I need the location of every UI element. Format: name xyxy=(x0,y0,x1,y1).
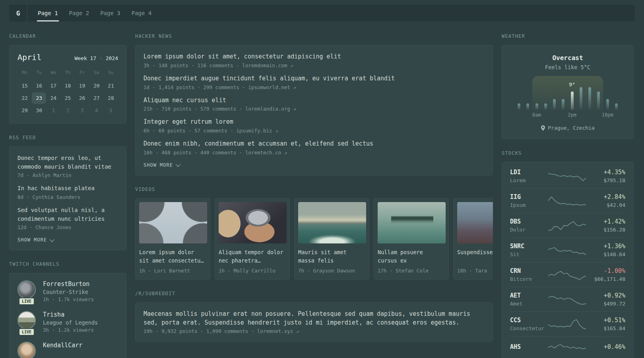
video-card[interactable]: Mauris sit amet massa felis7h · Grayson … xyxy=(294,198,369,280)
stock-sparkline xyxy=(547,219,587,232)
stock-change: +2.84% xyxy=(587,193,625,200)
calendar-day: 5 xyxy=(104,105,118,116)
video-meta: 17h · Stefan Cole xyxy=(378,268,445,274)
tab-page-4[interactable]: Page 4 xyxy=(131,5,153,21)
twitch-channels-widget: LIVEForrestBurtonCounter-Strike1h · 1.7k… xyxy=(9,273,126,358)
calendar-day: 29 xyxy=(17,105,32,116)
stock-symbol[interactable]: CCS xyxy=(510,317,547,324)
rss-item-title[interactable]: In hac habitasse platea xyxy=(17,184,118,193)
weather-bar xyxy=(553,99,556,110)
stock-row[interactable]: AHS+0.46% xyxy=(510,336,625,358)
stock-info: CCSConsectetur xyxy=(510,317,547,331)
calendar-header: April Week 17 · 2024 xyxy=(17,53,118,62)
stock-row[interactable]: IIGIpsum+2.84%$42.04 xyxy=(510,188,625,213)
rss-section-title: RSS FEED xyxy=(9,135,126,140)
sparkline-chart xyxy=(548,219,586,232)
stock-row[interactable]: AETAmet+0.92%$499.72 xyxy=(510,287,625,311)
hackernews-item-title[interactable]: Lorem ipsum dolor sit amet, consectetur … xyxy=(144,53,485,61)
feed-item-meta: 21h · 710 points · 579 comments · loreml… xyxy=(144,106,485,112)
stock-values: +1.42%$156.28 xyxy=(587,218,625,233)
stock-row[interactable]: DBSDolor+1.42%$156.28 xyxy=(510,213,625,237)
twitch-channel-row[interactable]: KendallCarr xyxy=(17,342,118,358)
twitch-channel-row[interactable]: LIVETrishaLeague of Legends3h · 1.2k vie… xyxy=(17,311,118,333)
twitch-channel-meta: 1h · 1.7k viewers xyxy=(43,296,94,302)
stock-symbol[interactable]: DBS xyxy=(510,218,547,225)
stock-symbol[interactable]: AHS xyxy=(510,343,547,350)
hackernews-item-title[interactable]: Aliquam nec cursus elit xyxy=(144,96,485,105)
weather-section-title: WEATHER xyxy=(502,33,634,39)
video-card[interactable]: Lorem ipsum dolor sit amet consectetu…1h… xyxy=(135,198,210,280)
weather-current-temp: 9° xyxy=(569,82,575,88)
rss-item-title[interactable]: Sed volutpat nulla nisl, a condimentum n… xyxy=(17,206,118,223)
rss-item-meta: 7d · Ashlyn Martin xyxy=(17,172,118,178)
video-card[interactable]: Suspendisse diam18h · Tara xyxy=(453,198,493,280)
video-title[interactable]: Suspendisse diam xyxy=(457,248,493,265)
stock-info: AETAmet xyxy=(510,292,547,307)
hackernews-show-more-button[interactable]: SHOW MORE xyxy=(144,162,179,168)
stock-sparkline xyxy=(547,268,587,281)
video-card[interactable]: Nullam posuere cursus ex17h · Stefan Col… xyxy=(374,198,449,280)
tab-page-3[interactable]: Page 3 xyxy=(99,5,121,21)
external-link[interactable]: loremtech.co ↗ xyxy=(245,150,287,156)
feed-item-meta: 16h · 468 points · 440 comments · loremt… xyxy=(144,150,485,156)
twitch-channel-row[interactable]: LIVEForrestBurtonCounter-Strike1h · 1.7k… xyxy=(17,280,118,302)
video-title[interactable]: Lorem ipsum dolor sit amet consectetu… xyxy=(139,248,206,265)
chevron-down-icon xyxy=(50,237,55,242)
stock-info: AHS xyxy=(510,343,547,352)
tab-page-2[interactable]: Page 2 xyxy=(68,5,90,21)
weather-bar xyxy=(588,87,591,110)
calendar-day: 19 xyxy=(75,80,89,91)
stock-sparkline xyxy=(547,318,587,331)
twitch-channel-name[interactable]: ForrestBurton xyxy=(43,280,94,288)
calendar-day: 18 xyxy=(60,80,75,91)
feed-item-meta: 19h · 9,932 points · 1,090 comments · lo… xyxy=(144,328,485,334)
stock-values: +0.51%$165.84 xyxy=(587,317,625,331)
rss-item-title[interactable]: Donec tempor eros leo, ut commodo mauris… xyxy=(17,154,118,171)
rss-item: Donec tempor eros leo, ut commodo mauris… xyxy=(17,154,118,178)
hackernews-item-title[interactable]: Integer eget rutrum lorem xyxy=(144,118,485,126)
video-title[interactable]: Aliquam tempor dolor nec pharetra… xyxy=(219,248,286,265)
external-link[interactable]: loremnet.xyz ↗ xyxy=(257,328,299,334)
hackernews-items: Lorem ipsum dolor sit amet, consectetur … xyxy=(144,53,485,156)
calendar-day: 16 xyxy=(32,80,46,91)
sparkline-chart xyxy=(548,195,586,207)
twitch-channel-name[interactable]: Trisha xyxy=(43,311,98,318)
stock-symbol[interactable]: LDI xyxy=(510,169,547,176)
app-logo[interactable]: G xyxy=(9,5,27,21)
rss-show-more-button[interactable]: SHOW MORE xyxy=(17,237,53,243)
weather-time-label: 6am xyxy=(532,112,541,118)
video-title[interactable]: Nullam posuere cursus ex xyxy=(378,248,445,265)
twitch-channel-info: ForrestBurtonCounter-Strike1h · 1.7k vie… xyxy=(43,280,94,302)
stock-symbol[interactable]: AET xyxy=(510,292,547,299)
top-navigation-bar: G Page 1Page 2Page 3Page 4 xyxy=(9,5,635,21)
video-title[interactable]: Mauris sit amet massa felis xyxy=(298,248,365,265)
rss-items: Donec tempor eros leo, ut commodo mauris… xyxy=(17,154,118,230)
show-more-label: SHOW MORE xyxy=(17,237,47,243)
external-link[interactable]: loremdomain.com ↗ xyxy=(242,62,293,68)
stock-symbol[interactable]: CRN xyxy=(510,267,547,274)
stock-change: +0.51% xyxy=(587,317,625,324)
stock-symbol[interactable]: IIG xyxy=(510,193,547,200)
stock-symbol[interactable]: SNRC xyxy=(510,243,547,250)
video-card[interactable]: Aliquam tempor dolor nec pharetra…1h · M… xyxy=(215,198,290,280)
hackernews-item-title[interactable]: Donec enim nibh, condimentum et accumsan… xyxy=(144,140,485,148)
stock-values: +4.35%$795.18 xyxy=(587,169,625,183)
stock-change: -1.00% xyxy=(587,267,625,274)
external-link[interactable]: ipsumworld.net ↗ xyxy=(248,84,296,90)
external-link[interactable]: loremlandia.org ↗ xyxy=(245,106,296,112)
twitch-channel-game: Counter-Strike xyxy=(43,289,94,295)
stock-row[interactable]: SNRCSit+1.36%$148.64 xyxy=(510,237,625,262)
stock-row[interactable]: CCSConsectetur+0.51%$165.84 xyxy=(510,311,625,336)
twitch-channel-info: KendallCarr xyxy=(43,342,82,358)
hackernews-item: Donec imperdiet augue tincidunt felis al… xyxy=(144,74,485,90)
twitch-channel-name[interactable]: KendallCarr xyxy=(43,342,82,349)
subreddit-post-title[interactable]: Maecenas mollis pulvinar erat non posuer… xyxy=(144,310,485,327)
hackernews-item-title[interactable]: Donec imperdiet augue tincidunt felis al… xyxy=(144,74,485,83)
calendar-day: 28 xyxy=(104,92,118,104)
stock-row[interactable]: CRNBitcorn-1.00%$66,171.48 xyxy=(510,262,625,287)
avatar xyxy=(17,280,36,299)
tab-page-1[interactable]: Page 1 xyxy=(37,5,59,21)
stock-row[interactable]: LDILorem+4.35%$795.18 xyxy=(510,164,625,188)
external-link[interactable]: ipsumify.biz ↗ xyxy=(236,128,278,134)
twitch-channel-info: TrishaLeague of Legends3h · 1.2k viewers xyxy=(43,311,98,333)
